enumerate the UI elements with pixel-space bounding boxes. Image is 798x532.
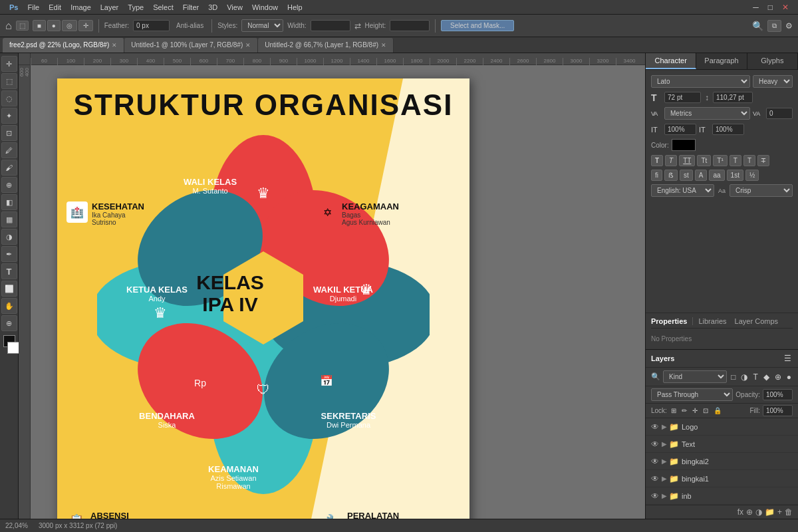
- hand-tool-btn[interactable]: ✋: [1, 298, 17, 314]
- layer-bingkai1-arrow[interactable]: ▶: [662, 475, 667, 482]
- menu-edit[interactable]: Edit: [45, 2, 65, 13]
- menu-filter[interactable]: Filter: [179, 2, 203, 13]
- fill-input[interactable]: [763, 405, 793, 416]
- layers-menu-btn[interactable]: ☰: [783, 353, 793, 364]
- swap-icon[interactable]: ⇄: [354, 21, 361, 31]
- eyedropper-tool-btn[interactable]: 🖉: [1, 142, 17, 158]
- layers-filter-type[interactable]: T: [751, 372, 759, 382]
- move-tool-btn[interactable]: ✛: [1, 56, 17, 72]
- font-weight-select[interactable]: Heavy: [753, 75, 793, 88]
- pen-tool-btn[interactable]: ✒: [1, 246, 17, 262]
- language-select[interactable]: English: USA: [651, 184, 714, 197]
- window-maximize[interactable]: □: [764, 1, 777, 13]
- layer-text[interactable]: 👁 ▶ 📁 Text: [646, 436, 798, 453]
- zoom-tool-btn[interactable]: ⊕: [1, 315, 17, 331]
- ordinal-btn[interactable]: A: [695, 170, 708, 181]
- leading-input[interactable]: [713, 92, 753, 103]
- select-tool-btn[interactable]: ⬚: [1, 73, 17, 89]
- lock-all-btn[interactable]: 🔒: [712, 406, 723, 415]
- layers-filter-pixel[interactable]: □: [730, 372, 737, 382]
- libraries-tab[interactable]: Libraries: [693, 317, 732, 325]
- dodge-tool-btn[interactable]: ◑: [1, 229, 17, 245]
- layer-inb-eye[interactable]: 👁: [651, 491, 659, 501]
- tab-paragraph[interactable]: Paragraph: [696, 53, 747, 69]
- layer-adjust-btn[interactable]: ◑: [755, 507, 762, 517]
- layer-bingkai2-arrow[interactable]: ▶: [662, 458, 667, 465]
- clone-tool-btn[interactable]: ⊕: [1, 177, 17, 193]
- menu-layer[interactable]: Layer: [96, 2, 123, 13]
- styles-select[interactable]: Normal: [241, 19, 283, 32]
- italic-btn[interactable]: T: [665, 155, 677, 166]
- lock-pixel-btn[interactable]: ✏: [680, 406, 688, 415]
- tab-glyphs[interactable]: Glyphs: [747, 53, 798, 69]
- tab-untitled1[interactable]: Untitled-1 @ 100% (Layer 7, RGB/8#) ✕: [124, 38, 258, 53]
- scale-h-input[interactable]: [712, 124, 744, 135]
- lock-move-btn[interactable]: ✛: [691, 406, 699, 415]
- tab-untitled2[interactable]: Untitled-2 @ 66,7% (Layer 1, RGB/8#) ✕: [258, 38, 394, 53]
- underline-btn[interactable]: TT: [679, 155, 695, 166]
- lasso-tool[interactable]: ◎: [62, 20, 77, 31]
- layer-mask-btn[interactable]: ⊕: [746, 507, 753, 517]
- window-close[interactable]: ✕: [778, 1, 793, 13]
- ornament-btn[interactable]: ẞ: [664, 170, 678, 181]
- shape-tool-btn[interactable]: ⬜: [1, 281, 17, 297]
- layer-text-eye[interactable]: 👁: [651, 440, 659, 449]
- lock-artboard-btn[interactable]: ⊡: [702, 406, 710, 415]
- font-size-input[interactable]: [664, 92, 701, 103]
- window-minimize[interactable]: ─: [749, 1, 763, 13]
- ordinal2-btn[interactable]: 1st: [727, 170, 743, 181]
- scale-v-input[interactable]: [664, 124, 696, 135]
- layer-logo-eye[interactable]: 👁: [651, 422, 659, 432]
- menu-window[interactable]: Window: [248, 2, 282, 13]
- background-color[interactable]: [7, 342, 19, 354]
- ligature-btn[interactable]: fi: [651, 170, 662, 181]
- menu-type[interactable]: Type: [124, 2, 148, 13]
- font-family-select[interactable]: Lato: [651, 75, 750, 88]
- layers-filter-adjust[interactable]: ◑: [739, 372, 749, 382]
- select-mask-button[interactable]: Select and Mask...: [441, 20, 514, 31]
- fraction-btn[interactable]: ½: [745, 170, 759, 181]
- strikethrough-btn[interactable]: T̶: [757, 155, 769, 166]
- height-input[interactable]: [390, 20, 430, 31]
- move-tool[interactable]: ✛: [78, 20, 93, 31]
- layer-bingkai2-eye[interactable]: 👁: [651, 457, 659, 466]
- menu-ps[interactable]: Ps: [5, 2, 22, 13]
- width-input[interactable]: [311, 20, 350, 31]
- tracking-input[interactable]: [766, 108, 793, 119]
- settings-icon[interactable]: ⚙: [785, 21, 793, 31]
- tab-free2-close[interactable]: ✕: [112, 42, 117, 49]
- home-icon[interactable]: ⌂: [5, 20, 12, 32]
- lasso-tool-btn[interactable]: ◌: [1, 90, 17, 106]
- ellipse-tool[interactable]: ●: [47, 20, 61, 31]
- layers-filter-smart[interactable]: ⊕: [773, 372, 783, 382]
- bold-btn[interactable]: T: [651, 155, 663, 166]
- feather-input[interactable]: [133, 20, 170, 31]
- layer-inb-arrow[interactable]: ▶: [662, 492, 667, 499]
- layer-delete-btn[interactable]: 🗑: [785, 507, 793, 517]
- tab-untitled1-close[interactable]: ✕: [245, 42, 251, 49]
- layer-new-btn[interactable]: +: [777, 507, 782, 517]
- properties-tab[interactable]: Properties: [651, 317, 693, 325]
- layer-bingkai1-eye[interactable]: 👁: [651, 474, 659, 483]
- menu-view[interactable]: View: [223, 2, 247, 13]
- canvas-viewport[interactable]: STRUKTUR ORGANISASI: [31, 65, 645, 519]
- crop-tool-btn[interactable]: ⊡: [1, 125, 17, 141]
- st-btn[interactable]: st: [680, 170, 693, 181]
- aa-btn[interactable]: aa: [709, 170, 724, 181]
- subscript-label[interactable]: Tt: [697, 155, 711, 166]
- lock-position-btn[interactable]: ⊞: [670, 406, 678, 415]
- opacity-input[interactable]: [763, 389, 793, 400]
- rect-tool[interactable]: ■: [33, 20, 46, 31]
- menu-3d[interactable]: 3D: [204, 2, 221, 13]
- gradient-tool-btn[interactable]: ▦: [1, 211, 17, 227]
- layer-comps-tab[interactable]: Layer Comps: [732, 317, 781, 325]
- layer-logo[interactable]: 👁 ▶ 📁 Logo: [646, 418, 798, 436]
- menu-help[interactable]: Help: [283, 2, 307, 13]
- anti-alias-select[interactable]: Crisp: [730, 184, 793, 197]
- menu-select[interactable]: Select: [149, 2, 178, 13]
- layer-logo-arrow[interactable]: ▶: [662, 423, 667, 430]
- layer-text-arrow[interactable]: ▶: [662, 440, 667, 448]
- menu-file[interactable]: File: [23, 2, 43, 13]
- eraser-tool-btn[interactable]: ◧: [1, 194, 17, 210]
- layers-kind-select[interactable]: Kind: [663, 370, 727, 383]
